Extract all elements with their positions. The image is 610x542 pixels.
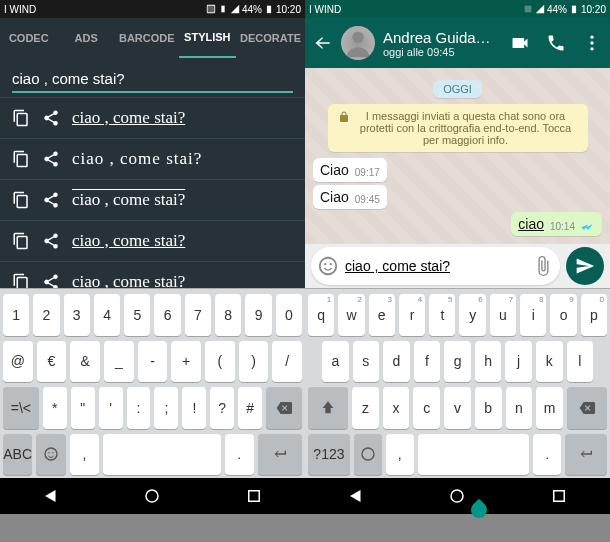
tab-decorate[interactable]: DECORATE <box>236 32 305 44</box>
style-row[interactable]: ciao , come stai? <box>0 138 305 179</box>
tab-ads[interactable]: ADS <box>57 32 114 44</box>
key-colon[interactable]: : <box>127 387 151 429</box>
key-s[interactable]: s <box>353 341 380 383</box>
copy-icon[interactable] <box>12 150 30 168</box>
key-f[interactable]: f <box>414 341 441 383</box>
key-backspace[interactable] <box>567 387 607 429</box>
key-l[interactable]: l <box>567 341 594 383</box>
key-b[interactable]: b <box>475 387 502 429</box>
key-o[interactable]: 9o <box>550 294 576 336</box>
nav-back-icon[interactable] <box>42 487 60 505</box>
video-call-button[interactable] <box>510 33 530 53</box>
compose-input[interactable] <box>339 258 532 274</box>
key-d[interactable]: d <box>383 341 410 383</box>
key-a[interactable]: a <box>322 341 349 383</box>
key-u[interactable]: 7u <box>490 294 516 336</box>
key-plus[interactable]: + <box>171 341 201 383</box>
key-x[interactable]: x <box>383 387 410 429</box>
key-emoji[interactable] <box>354 434 382 476</box>
key-period[interactable]: . <box>533 434 561 476</box>
key-8[interactable]: 8 <box>215 294 241 336</box>
nav-recent-icon[interactable] <box>550 487 568 505</box>
key-star[interactable]: * <box>43 387 67 429</box>
key-comma[interactable]: , <box>70 434 99 476</box>
nav-home-icon[interactable] <box>143 487 161 505</box>
key-0[interactable]: 0 <box>276 294 302 336</box>
nav-home-icon[interactable] <box>448 487 466 505</box>
key-i[interactable]: 8i <box>520 294 546 336</box>
message-in[interactable]: Ciao 09:45 <box>313 185 387 209</box>
message-out[interactable]: ciao 10:14 <box>511 212 602 236</box>
style-list[interactable]: ciao , come stai? ciao , come stai? ciao… <box>0 97 305 288</box>
key-backspace[interactable] <box>266 387 302 429</box>
key-lparen[interactable]: ( <box>205 341 235 383</box>
key-k[interactable]: k <box>536 341 563 383</box>
key-t[interactable]: 5t <box>429 294 455 336</box>
tab-codec[interactable]: CODEC <box>0 32 57 44</box>
tab-barcode[interactable]: BARCODE <box>115 32 179 44</box>
key-e[interactable]: 3e <box>369 294 395 336</box>
key-space[interactable] <box>103 434 220 476</box>
key-amp[interactable]: & <box>70 341 100 383</box>
encryption-notice[interactable]: I messaggi inviati a questa chat sono or… <box>328 104 588 152</box>
key-z[interactable]: z <box>352 387 379 429</box>
key-slash[interactable]: / <box>272 341 302 383</box>
key-comma[interactable]: , <box>386 434 414 476</box>
key-enter[interactable] <box>258 434 302 476</box>
tab-stylish[interactable]: STYLISH <box>179 18 236 58</box>
attach-button[interactable] <box>532 255 554 277</box>
copy-icon[interactable] <box>12 109 30 127</box>
key-space[interactable] <box>418 434 530 476</box>
avatar[interactable] <box>341 26 375 60</box>
key-rparen[interactable]: ) <box>239 341 269 383</box>
copy-icon[interactable] <box>12 232 30 250</box>
key-6[interactable]: 6 <box>154 294 180 336</box>
chat-area[interactable]: OGGI I messaggi inviati a questa chat so… <box>305 68 610 244</box>
nav-back-icon[interactable] <box>347 487 365 505</box>
key-y[interactable]: 6y <box>459 294 485 336</box>
key-bang[interactable]: ! <box>182 387 206 429</box>
key-1[interactable]: 1 <box>3 294 29 336</box>
key-j[interactable]: j <box>505 341 532 383</box>
key-qmark[interactable]: ? <box>210 387 234 429</box>
key-alt-symbols[interactable]: =\< <box>3 387 39 429</box>
style-row[interactable]: ciao , come stai? <box>0 97 305 138</box>
key-7[interactable]: 7 <box>185 294 211 336</box>
key-at[interactable]: @ <box>3 341 33 383</box>
key-semi[interactable]: ; <box>154 387 178 429</box>
key-hash[interactable]: # <box>238 387 262 429</box>
style-row[interactable]: ciao , come stai? <box>0 179 305 220</box>
style-row[interactable]: ciao , come stai? <box>0 261 305 288</box>
key-n[interactable]: n <box>506 387 533 429</box>
send-button[interactable] <box>566 247 604 285</box>
share-icon[interactable] <box>42 109 60 127</box>
contact-info[interactable]: Andrea Guida Gui… oggi alle 09:45 <box>383 29 494 58</box>
call-button[interactable] <box>546 33 566 53</box>
back-button[interactable] <box>313 33 333 53</box>
share-icon[interactable] <box>42 273 60 288</box>
key-r[interactable]: 4r <box>399 294 425 336</box>
key-v[interactable]: v <box>444 387 471 429</box>
key-w[interactable]: 2w <box>338 294 364 336</box>
key-5[interactable]: 5 <box>124 294 150 336</box>
key-dquote[interactable]: " <box>71 387 95 429</box>
style-row[interactable]: ciao , come stai? <box>0 220 305 261</box>
text-input[interactable] <box>12 66 293 93</box>
key-2[interactable]: 2 <box>33 294 59 336</box>
message-in[interactable]: Ciao 09:17 <box>313 158 387 182</box>
share-icon[interactable] <box>42 232 60 250</box>
key-squote[interactable]: ' <box>99 387 123 429</box>
key-enter[interactable] <box>565 434 607 476</box>
key-emoji[interactable] <box>36 434 65 476</box>
key-3[interactable]: 3 <box>64 294 90 336</box>
key-q[interactable]: 1q <box>308 294 334 336</box>
emoji-button[interactable] <box>317 255 339 277</box>
key-9[interactable]: 9 <box>245 294 271 336</box>
key-m[interactable]: m <box>536 387 563 429</box>
nav-recent-icon[interactable] <box>245 487 263 505</box>
key-p[interactable]: 0p <box>581 294 607 336</box>
key-h[interactable]: h <box>475 341 502 383</box>
key-under[interactable]: _ <box>104 341 134 383</box>
key-symbols-mode[interactable]: ?123 <box>308 434 350 476</box>
key-period[interactable]: . <box>225 434 254 476</box>
